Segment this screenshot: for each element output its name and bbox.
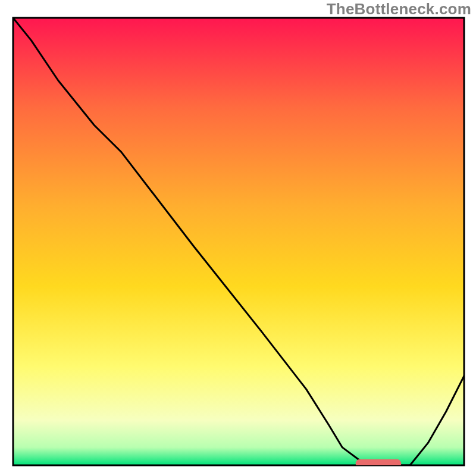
optimal-range-marker [356,459,401,468]
plot-background [13,18,464,465]
bottleneck-chart [0,0,476,476]
chart-container: TheBottleneck.com [0,0,476,476]
watermark-text: TheBottleneck.com [327,0,471,18]
